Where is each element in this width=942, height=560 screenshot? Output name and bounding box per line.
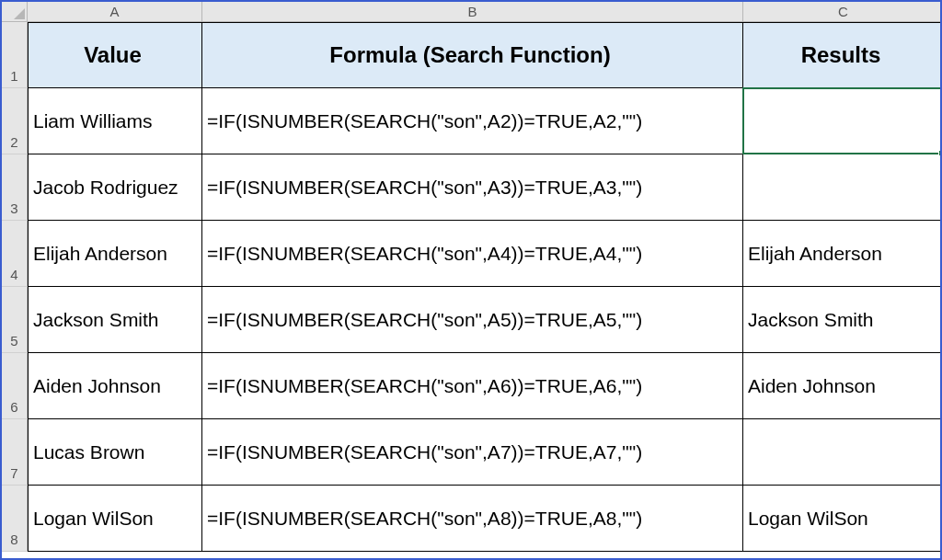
row-header-6[interactable]: 6 (2, 353, 28, 419)
row-header-7[interactable]: 7 (2, 419, 28, 486)
row-header-2[interactable]: 2 (2, 88, 28, 154)
row-header-8[interactable]: 8 (2, 486, 28, 552)
cell-text: Logan WilSon (748, 508, 868, 530)
cell-b3[interactable]: =IF(ISNUMBER(SEARCH("son",A3))=TRUE,A3,"… (202, 154, 743, 221)
column-header-label: B (467, 4, 477, 19)
header-text: Value (84, 42, 142, 68)
row-header-5[interactable]: 5 (2, 287, 28, 353)
cell-text: =IF(ISNUMBER(SEARCH("son",A2))=TRUE,A2,"… (207, 110, 642, 132)
cell-text: =IF(ISNUMBER(SEARCH("son",A8))=TRUE,A8,"… (207, 508, 642, 530)
spreadsheet-grid: A B C 1 Value Formula (Search Function) … (2, 2, 940, 558)
cell-a7[interactable]: Lucas Brown (28, 419, 202, 486)
row-number-label: 5 (10, 333, 17, 349)
column-header-label: A (109, 4, 119, 19)
cell-text: Elijah Anderson (748, 243, 882, 265)
cell-a2[interactable]: Liam Williams (28, 88, 202, 154)
row-number-label: 3 (10, 200, 17, 216)
cell-text: Jacob Rodriguez (33, 177, 178, 199)
svg-marker-0 (14, 8, 25, 19)
column-header-a[interactable]: A (28, 2, 202, 22)
cell-c7[interactable] (743, 419, 942, 486)
cell-text: =IF(ISNUMBER(SEARCH("son",A7))=TRUE,A7,"… (207, 441, 642, 463)
cell-text: Jackson Smith (748, 309, 874, 331)
header-cell-formula[interactable]: Formula (Search Function) (202, 22, 743, 88)
select-all-corner[interactable] (2, 2, 28, 22)
cell-c6[interactable]: Aiden Johnson (743, 353, 942, 419)
cell-text: Elijah Anderson (33, 243, 167, 265)
row-number-label: 1 (10, 68, 17, 84)
cell-text: Aiden Johnson (33, 375, 161, 397)
cell-a3[interactable]: Jacob Rodriguez (28, 154, 202, 221)
cell-b2[interactable]: =IF(ISNUMBER(SEARCH("son",A2))=TRUE,A2,"… (202, 88, 743, 154)
row-number-label: 4 (10, 267, 17, 282)
cell-text: =IF(ISNUMBER(SEARCH("son",A6))=TRUE,A6,"… (207, 375, 642, 397)
cell-a6[interactable]: Aiden Johnson (28, 353, 202, 419)
header-text: Formula (Search Function) (329, 42, 610, 68)
cell-text: =IF(ISNUMBER(SEARCH("son",A4))=TRUE,A4,"… (207, 243, 642, 265)
cell-c4[interactable]: Elijah Anderson (743, 221, 942, 287)
cell-c8[interactable]: Logan WilSon (743, 486, 942, 552)
cell-text: Aiden Johnson (748, 375, 876, 397)
column-header-label: C (838, 4, 848, 19)
row-number-label: 2 (10, 134, 17, 150)
cell-text: Liam Williams (33, 110, 153, 132)
cell-text: Jackson Smith (33, 309, 159, 331)
row-number-label: 7 (10, 465, 17, 481)
cell-text: Logan WilSon (33, 508, 154, 530)
cell-b6[interactable]: =IF(ISNUMBER(SEARCH("son",A6))=TRUE,A6,"… (202, 353, 743, 419)
cell-b7[interactable]: =IF(ISNUMBER(SEARCH("son",A7))=TRUE,A7,"… (202, 419, 743, 486)
cell-b5[interactable]: =IF(ISNUMBER(SEARCH("son",A5))=TRUE,A5,"… (202, 287, 743, 353)
cell-a4[interactable]: Elijah Anderson (28, 221, 202, 287)
cell-c3[interactable] (743, 154, 942, 221)
cell-a8[interactable]: Logan WilSon (28, 486, 202, 552)
cell-a5[interactable]: Jackson Smith (28, 287, 202, 353)
cell-b4[interactable]: =IF(ISNUMBER(SEARCH("son",A4))=TRUE,A4,"… (202, 221, 743, 287)
cell-text: =IF(ISNUMBER(SEARCH("son",A5))=TRUE,A5,"… (207, 309, 642, 331)
row-header-3[interactable]: 3 (2, 154, 28, 221)
cell-b8[interactable]: =IF(ISNUMBER(SEARCH("son",A8))=TRUE,A8,"… (202, 486, 743, 552)
cell-text: Lucas Brown (33, 441, 144, 463)
cell-c2[interactable] (743, 88, 942, 154)
column-header-c[interactable]: C (743, 2, 942, 22)
row-header-4[interactable]: 4 (2, 221, 28, 287)
header-cell-value[interactable]: Value (28, 22, 202, 88)
row-number-label: 6 (10, 399, 17, 415)
row-header-1[interactable]: 1 (2, 22, 28, 88)
select-all-triangle-icon (14, 8, 25, 19)
row-number-label: 8 (10, 531, 17, 547)
column-header-b[interactable]: B (202, 2, 743, 22)
cell-text: =IF(ISNUMBER(SEARCH("son",A3))=TRUE,A3,"… (207, 177, 642, 199)
header-text: Results (801, 42, 881, 68)
cell-c5[interactable]: Jackson Smith (743, 287, 942, 353)
header-cell-results[interactable]: Results (743, 22, 942, 88)
